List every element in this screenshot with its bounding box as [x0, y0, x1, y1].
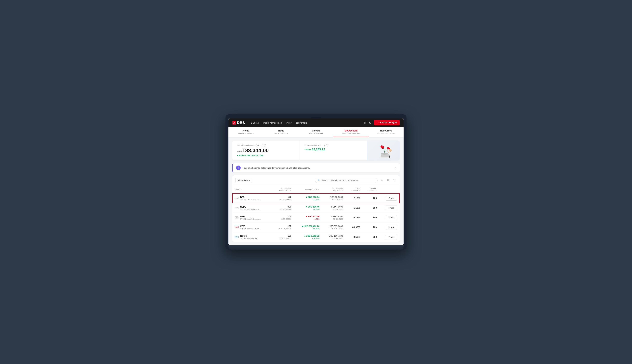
- col-unrealised: Unrealised P/L ⇅: [294, 185, 322, 193]
- nav-banking[interactable]: Banking: [251, 121, 259, 125]
- svg-point-5: [389, 149, 392, 152]
- columns-icon[interactable]: ⊞: [386, 178, 390, 183]
- holdings-search-input[interactable]: [322, 179, 375, 182]
- pct-holdings-C2PU: 1.18%: [354, 206, 360, 209]
- tqty-cell-D05: 100: [362, 193, 379, 203]
- price-cell-D05: SGD 35.9000 SGD 35.9000: [322, 193, 345, 203]
- indicative-amount: 183,344.00: [242, 148, 268, 154]
- ytd-label: YTD realised P/L (ref. ccy) i: [304, 144, 362, 146]
- stock-cell-D05: SG D05 Ord Sh, DBS Group Hol...: [232, 193, 271, 203]
- table-body: SG D05 Ord Sh, DBS Group Hol... 100 SGD …: [232, 193, 400, 242]
- summary-market-value: Indicative market value (ref. ccy) i SGD…: [232, 140, 300, 160]
- gain-amount: 63,249.12: [244, 154, 253, 157]
- tab-trade[interactable]: Trade Buy or Sell Stock: [264, 127, 298, 137]
- action-cell-D05: Trade: [379, 193, 400, 203]
- price-sub-GOOG: USD 100.7100: [324, 238, 343, 240]
- tab-home-title: Home: [243, 129, 249, 132]
- qty-cell-G3B: 100 SGD 326.50: [271, 213, 294, 222]
- qty-main-C2PU: 500: [273, 205, 291, 208]
- tqty-cell-C2PU: 500: [362, 203, 379, 213]
- sort-pnl-icon[interactable]: ⇅: [318, 188, 320, 190]
- download-icon[interactable]: ⬇: [380, 178, 384, 183]
- pnl-pct-C2PU: +6.23%: [296, 208, 320, 210]
- pnl-value-D05: SGD 398.84: [296, 196, 320, 198]
- price-main-0700: HKD 397.0000: [324, 225, 343, 228]
- qty-sub-G3B: SGD 326.50: [273, 218, 291, 220]
- action-cell-C2PU: Trade: [379, 203, 400, 213]
- network-icon[interactable]: ⊞: [364, 121, 366, 124]
- trade-button-GOOG[interactable]: Trade: [386, 235, 397, 240]
- price-sub-D05: SGD 35.9000: [324, 198, 343, 200]
- laptop-camera: [311, 117, 321, 119]
- settings-icon[interactable]: ⚙: [369, 121, 371, 124]
- laptop-screen: X DBS Banking Wealth Management Invest d…: [228, 118, 404, 245]
- stock-code-GOOG: GOOG: [240, 235, 258, 237]
- col-stock: Stock ⇅: [232, 185, 271, 193]
- qty-main-G3B: 100: [273, 215, 291, 218]
- toolbar-actions: ⬇ ⊞ ↻: [380, 178, 397, 183]
- nav-digiportfolio[interactable]: digiPortfolio: [296, 121, 307, 125]
- qty-cell-GOOG: 100 USD 11,733.72: [271, 232, 294, 242]
- sort-price-icon[interactable]: ⇅: [342, 190, 343, 191]
- tab-home-subtitle: Enquire at a glance: [238, 132, 254, 134]
- price-main-GOOG: USD 100.7100: [324, 235, 343, 237]
- tqty-C2PU: 500: [373, 206, 377, 209]
- trade-button-C2PU[interactable]: Trade: [386, 206, 397, 210]
- tab-resources[interactable]: Resources Information and Forms: [368, 127, 404, 137]
- summary-illustration: [367, 140, 400, 160]
- pct-cell-0700: 68.30%: [345, 222, 362, 232]
- pnl-value-0700: HKD 338,482.20: [296, 225, 320, 228]
- qty-sub-0700: HKD 735,482.20: [273, 228, 291, 230]
- price-main-D05: SGD 35.9000: [324, 196, 343, 198]
- sort-stock-icon[interactable]: ⇅: [240, 188, 242, 190]
- qty-sub-GOOG: USD 11,733.72: [273, 238, 291, 240]
- sort-pct-icon[interactable]: ⇅: [359, 190, 360, 191]
- trade-button-G3B[interactable]: Trade: [386, 215, 397, 220]
- sort-tqty-icon[interactable]: ⇅: [376, 190, 377, 191]
- nav-invest[interactable]: Invest: [286, 121, 292, 125]
- table-row: SG D05 Ord Sh, DBS Group Hol... 100 SGD …: [232, 193, 400, 203]
- qty-cell-0700: 100 HKD 735,482.20: [271, 222, 294, 232]
- market-badge-SG-G3B: SG: [235, 216, 238, 219]
- price-main-C2PU: SGD 4.0600: [324, 206, 343, 208]
- nav-wealth[interactable]: Wealth Management: [263, 121, 282, 125]
- tab-myaccount[interactable]: My Account Balances & Portfolios: [334, 127, 368, 137]
- stock-cell-0700: HK 0700 Ord Sh, Tencent Holdin...: [232, 222, 271, 232]
- pnl-cell-D05: SGD 398.84 +11.11%: [294, 193, 322, 203]
- holdings-section: All markets ▾ 🔍 ⬇ ⊞ ↻: [232, 176, 400, 242]
- proceed-logout-button[interactable]: → Proceed to Logout: [374, 120, 400, 126]
- action-cell-GOOG: Trade: [379, 232, 400, 242]
- main-content: Indicative market value (ref. ccy) i SGD…: [228, 137, 404, 245]
- tab-home[interactable]: Home Enquire at a glance: [228, 127, 264, 137]
- price-sub-0700: HKD 397.0000: [324, 228, 343, 230]
- logo-area: X DBS: [232, 120, 245, 125]
- indicative-gain: SGD 63,249.12 (+34.71%): [237, 154, 295, 157]
- ytd-value-display: SGD 63,249.12: [304, 148, 362, 151]
- sort-qty-icon[interactable]: ⇅: [290, 190, 291, 191]
- pnl-up-arrow-C2PU: [306, 206, 307, 207]
- pct-cell-C2PU: 1.18%: [345, 203, 362, 213]
- portfolio-summary-card: Indicative market value (ref. ccy) i SGD…: [232, 140, 400, 160]
- stock-name-D05: Ord Sh, DBS Group Hol...: [240, 198, 261, 200]
- market-filter-dropdown[interactable]: All markets ▾: [235, 178, 252, 183]
- top-navigation: X DBS Banking Wealth Management Invest d…: [228, 118, 404, 127]
- tqty-GOOG: 200: [373, 236, 377, 238]
- col-netqty: Net quantity/Market value ⇅: [271, 185, 294, 193]
- stock-name-0700: Ord Sh, Tencent Holdin...: [240, 228, 260, 230]
- trade-button-D05[interactable]: Trade: [386, 196, 397, 200]
- market-badge-HK: HK: [235, 226, 238, 228]
- gain-percentage: (+34.71%): [254, 154, 263, 157]
- indicative-info-icon[interactable]: i: [264, 144, 266, 146]
- pnl-down-arrow-G3B: [306, 216, 307, 217]
- tab-markets[interactable]: Markets News & Research: [298, 127, 334, 137]
- indicative-label: Indicative market value (ref. ccy) i: [237, 144, 295, 146]
- table-row: HK 0700 Ord Sh, Tencent Holdin... 100 HK…: [232, 222, 400, 232]
- stock-code-D05: D05: [240, 196, 261, 198]
- refresh-icon[interactable]: ↻: [392, 178, 397, 183]
- trade-button-0700[interactable]: Trade: [386, 225, 397, 230]
- tqty-cell-G3B: 100: [362, 213, 379, 222]
- ytd-info-icon[interactable]: i: [326, 144, 328, 146]
- table-header: Stock ⇅ Net quantity/Market value ⇅ Unre…: [232, 185, 400, 193]
- info-banner-close[interactable]: ✕: [394, 166, 397, 170]
- stock-info-D05: D05 Ord Sh, DBS Group Hol...: [240, 196, 261, 200]
